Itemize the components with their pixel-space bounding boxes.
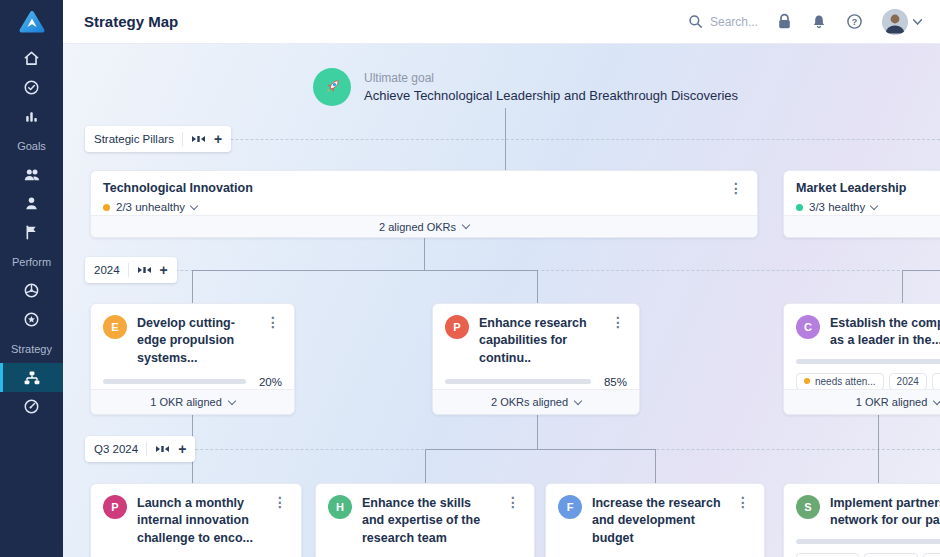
- okr-title: Implement partnership network for our pa…: [830, 495, 940, 530]
- health-dot: [103, 204, 110, 211]
- okr-avatar: P: [103, 495, 127, 519]
- connector: [505, 108, 506, 170]
- aligned-okrs-toggle[interactable]: [784, 215, 940, 237]
- okr-title: Increase the research and development bu…: [592, 495, 724, 547]
- pillar-title: Technological Innovation: [103, 181, 727, 195]
- pillar-card-market-leadership[interactable]: Market Leadership 3/3 healthy ⋮: [783, 170, 940, 238]
- okr-aligned-label: 1 OKR aligned: [150, 396, 222, 408]
- okr-aligned-toggle[interactable]: 1 OKR aligned: [784, 389, 940, 414]
- pillar-health-toggle[interactable]: 3/3 healthy: [796, 201, 940, 213]
- kebab-menu-button[interactable]: ⋮: [264, 315, 282, 367]
- add-row-item-button[interactable]: +: [178, 442, 186, 456]
- kebab-menu-button[interactable]: ⋮: [609, 315, 627, 367]
- search-icon: [688, 14, 703, 29]
- user-icon: [23, 195, 40, 212]
- app-logo[interactable]: [0, 0, 63, 44]
- kebab-menu-button[interactable]: ⋮: [504, 495, 522, 547]
- collapse-row-button[interactable]: [191, 134, 206, 144]
- progress-row: [784, 350, 940, 364]
- divider: [146, 442, 147, 456]
- connector: [655, 449, 656, 483]
- notifications-button[interactable]: [811, 13, 827, 30]
- lock-icon: [777, 13, 792, 30]
- help-button[interactable]: ?: [846, 13, 863, 30]
- ultimate-goal-node[interactable]: Ultimate goal Achieve Technological Lead…: [313, 68, 738, 106]
- row-chip-strategic-pillars: Strategic Pillars +: [85, 126, 231, 152]
- divider: [182, 132, 183, 146]
- sidebar-item-insights[interactable]: [0, 102, 63, 131]
- search-input[interactable]: Search...: [688, 14, 758, 29]
- progress-track: [103, 379, 246, 384]
- connector: [425, 449, 655, 450]
- progress-value: 20%: [256, 376, 282, 388]
- okr-aligned-toggle[interactable]: 2 OKRs aligned: [433, 389, 639, 414]
- progress-row: 50%: [316, 547, 534, 557]
- kebab-menu-button[interactable]: ⋮: [271, 495, 289, 547]
- row-chip-label: 2024: [94, 264, 120, 276]
- progress-value: 85%: [601, 376, 627, 388]
- privacy-button[interactable]: [777, 13, 792, 30]
- sidebar-item-milestones[interactable]: [0, 218, 63, 247]
- progress-row: 85%: [433, 367, 639, 388]
- okr-card[interactable]: P Enhance research capabilities for cont…: [432, 303, 640, 415]
- aligned-okrs-label: 2 aligned OKRs: [379, 221, 456, 233]
- okr-card[interactable]: F Increase the research and development …: [545, 483, 765, 557]
- connector: [902, 270, 903, 303]
- row-chip-q3-2024: Q3 2024 +: [85, 436, 195, 462]
- health-dot: [796, 204, 803, 211]
- period-tag: 2024: [889, 373, 927, 390]
- sidebar-item-people[interactable]: [0, 189, 63, 218]
- connector: [537, 270, 538, 303]
- sidebar-item-hub[interactable]: [0, 276, 63, 305]
- wheel-icon: [23, 282, 40, 299]
- sidebar-item-teams[interactable]: [0, 160, 63, 189]
- sidebar-item-check-ins[interactable]: [0, 73, 63, 102]
- collapse-row-button[interactable]: [137, 265, 152, 275]
- chevron-down-icon: [574, 396, 582, 404]
- okr-card[interactable]: S Implement partnership network for our …: [783, 483, 940, 557]
- okr-title: Launch a monthly internal innovation cha…: [137, 495, 261, 547]
- sidebar-item-kpis[interactable]: [0, 392, 63, 421]
- okr-card[interactable]: C Establish the company as a leader in t…: [783, 303, 940, 415]
- pillar-card-technological-innovation[interactable]: Technological Innovation 2/3 unhealthy ⋮…: [90, 170, 758, 238]
- chevron-down-icon: [190, 201, 198, 209]
- status-dot: [804, 378, 810, 384]
- okr-title: Enhance research capabilities for contin…: [479, 315, 599, 367]
- chevron-down-icon: [870, 201, 878, 209]
- page-title: Strategy Map: [63, 13, 178, 30]
- okr-avatar: C: [796, 315, 820, 339]
- okr-card[interactable]: E Develop cutting-edge propulsion system…: [90, 303, 295, 415]
- sidebar-item-home[interactable]: [0, 44, 63, 73]
- okr-card[interactable]: H Enhance the skills and expertise of th…: [315, 483, 535, 557]
- app-window: Goals Perform Strategy: [0, 0, 940, 557]
- logo-triangle-icon: [18, 8, 46, 36]
- collapse-row-button[interactable]: [155, 444, 170, 454]
- okr-avatar: F: [558, 495, 582, 519]
- user-menu[interactable]: [882, 9, 922, 35]
- okr-avatar: S: [796, 495, 820, 519]
- add-row-item-button[interactable]: +: [214, 132, 222, 146]
- okr-avatar: H: [328, 495, 352, 519]
- collapse-icon: [191, 134, 206, 144]
- connector: [902, 270, 940, 271]
- aligned-okrs-toggle[interactable]: 2 aligned OKRs: [91, 215, 757, 237]
- add-row-item-button[interactable]: +: [160, 263, 168, 277]
- pillar-health-toggle[interactable]: 2/3 unhealthy: [103, 201, 727, 213]
- progress-track: [796, 539, 940, 544]
- okr-title: Establish the company as a leader in the…: [830, 315, 940, 350]
- sidebar-item-strategy-map[interactable]: [0, 363, 63, 392]
- sidebar-group-perform: Perform: [0, 247, 63, 276]
- kebab-menu-button[interactable]: ⋮: [727, 181, 745, 213]
- progress-row: 0%: [91, 547, 301, 557]
- progress-track: [796, 359, 940, 364]
- sidebar-group-goals: Goals: [0, 131, 63, 160]
- divider: [128, 263, 129, 277]
- okr-card[interactable]: P Launch a monthly internal innovation c…: [90, 483, 302, 557]
- search-placeholder: Search...: [710, 15, 758, 29]
- kebab-menu-button[interactable]: ⋮: [734, 495, 752, 547]
- sidebar-item-badges[interactable]: [0, 305, 63, 334]
- progress-track: [445, 379, 591, 384]
- connector: [192, 270, 193, 303]
- chevron-down-icon: [228, 396, 236, 404]
- okr-aligned-toggle[interactable]: 1 OKR aligned: [91, 389, 294, 414]
